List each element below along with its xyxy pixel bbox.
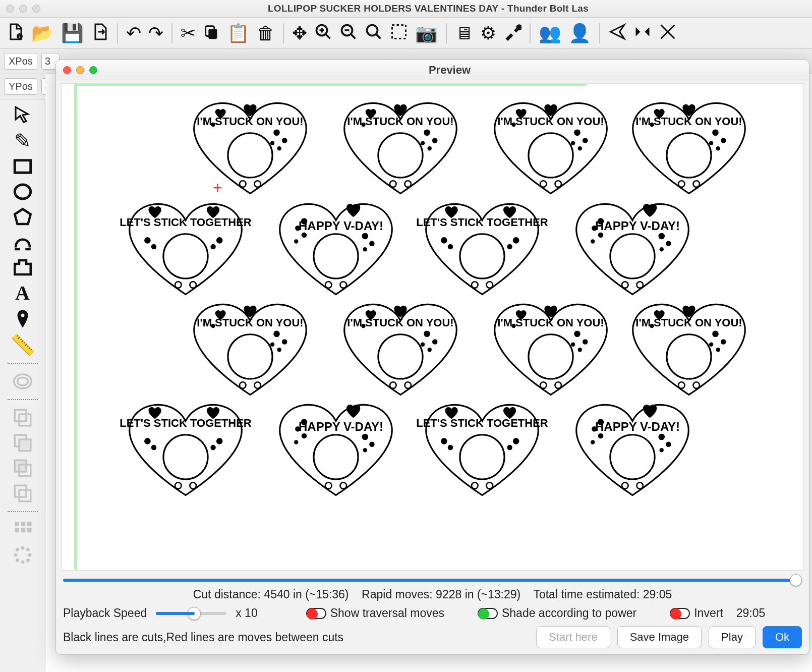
preview-traffic-lights (63, 66, 97, 74)
delete-icon[interactable]: 🗑 (257, 24, 275, 42)
monitor-icon[interactable]: 🖥 (455, 24, 473, 42)
preview-progress-slider[interactable] (63, 579, 802, 582)
svg-point-9 (15, 185, 31, 199)
svg-point-47 (424, 129, 430, 136)
ellipse-tool-icon[interactable] (12, 181, 33, 202)
zoom-selection-icon[interactable] (390, 23, 408, 44)
boolean-union-icon[interactable] (12, 407, 33, 428)
svg-point-90 (507, 244, 512, 250)
heart-text: I'M STUCK ON YOU! (328, 316, 473, 329)
main-zoom-dot[interactable] (32, 5, 40, 13)
open-folder-icon[interactable]: 📂 (31, 24, 54, 42)
svg-rect-7 (392, 25, 406, 38)
main-close-dot[interactable] (6, 5, 14, 13)
heart-design: I'M STUCK ON YOU! (328, 93, 473, 199)
user-icon[interactable]: 👤 (568, 24, 591, 42)
svg-point-70 (144, 237, 151, 244)
svg-point-97 (591, 239, 595, 243)
redo-icon[interactable]: ↷ (148, 24, 163, 42)
svg-point-80 (294, 239, 298, 243)
tab-shape-tool-icon[interactable] (12, 257, 33, 278)
progress-slider-row (56, 571, 809, 584)
svg-point-106 (282, 339, 287, 345)
heart-design: LET'S STICK TOGETHER (410, 194, 555, 300)
boolean-intersect-icon[interactable] (12, 458, 33, 479)
paste-icon[interactable]: 📋 (227, 24, 250, 42)
toggle-invert[interactable]: Invert (670, 606, 723, 620)
svg-point-27 (21, 546, 24, 550)
start-here-button[interactable]: Start here (536, 626, 610, 648)
offset-tool-icon[interactable] (12, 371, 33, 392)
copy-icon[interactable] (203, 23, 220, 43)
camera-capture-icon[interactable]: 📷 (415, 24, 438, 42)
cut-icon[interactable]: ✂ (181, 24, 196, 42)
undo-icon[interactable]: ↶ (126, 24, 141, 42)
svg-point-56 (583, 138, 588, 143)
radial-array-icon[interactable] (12, 544, 33, 566)
svg-point-132 (709, 343, 713, 347)
rectangle-tool-icon[interactable] (12, 156, 33, 177)
toolbar-divider (8, 363, 38, 364)
new-file-icon[interactable]: + (6, 23, 24, 44)
toggle-shade[interactable]: Shade according to power (478, 606, 636, 620)
svg-point-89 (513, 237, 519, 244)
save-icon[interactable]: 💾 (61, 24, 84, 42)
bezier-tool-icon[interactable] (12, 232, 33, 253)
polygon-tool-icon[interactable] (12, 206, 33, 228)
zoom-out-icon[interactable] (339, 23, 358, 44)
svg-point-108 (270, 343, 274, 347)
playback-speed-slider[interactable] (156, 612, 226, 615)
svg-point-148 (369, 441, 375, 447)
select-tool-icon[interactable] (12, 104, 33, 126)
toggle-invert-label: Invert (694, 606, 723, 620)
bed-edge-left (75, 84, 77, 570)
playback-speed-label: Playback Speed (63, 606, 147, 620)
ok-button[interactable]: Ok (763, 626, 802, 648)
heart-text: I'M STUCK ON YOU! (328, 115, 473, 128)
preview-zoom-button[interactable] (89, 66, 97, 74)
hearts-layout: I'M STUCK ON YOU! I'M STUCK ON YOU! I'M … (82, 90, 798, 565)
measure-tool-icon[interactable]: 📏 (10, 333, 35, 356)
pencil-tool-icon[interactable]: ✎ (14, 130, 31, 152)
tools-icon[interactable] (503, 23, 521, 44)
send-icon[interactable] (608, 23, 626, 44)
svg-marker-10 (15, 209, 31, 224)
mirror-v-icon[interactable] (659, 23, 677, 44)
svg-point-50 (421, 141, 425, 145)
zoom-in-icon[interactable] (314, 23, 332, 44)
preview-minimize-button[interactable] (76, 66, 84, 74)
preview-close-button[interactable] (63, 66, 71, 74)
save-image-button[interactable]: Save Image (617, 626, 702, 648)
boolean-xor-icon[interactable] (12, 483, 33, 504)
heart-design: I'M STUCK ON YOU! (178, 294, 323, 400)
svg-point-57 (578, 146, 582, 150)
pan-icon[interactable]: ✥ (292, 24, 307, 42)
heart-text: I'M STUCK ON YOU! (478, 115, 623, 128)
toggle-shade-switch[interactable] (478, 608, 498, 619)
zoom-fit-icon[interactable] (365, 23, 383, 44)
preview-canvas[interactable]: I'M STUCK ON YOU! I'M STUCK ON YOU! I'M … (61, 83, 804, 571)
users-icon[interactable]: 👥 (539, 24, 561, 42)
toggle-traversal-switch[interactable] (306, 608, 326, 619)
svg-point-58 (571, 141, 575, 145)
total-time-label: Total time estimated: (533, 588, 640, 601)
export-icon[interactable] (91, 23, 109, 44)
heart-design: I'M STUCK ON YOU! (178, 93, 323, 199)
settings-gear-icon[interactable]: ⚙ (480, 24, 496, 42)
svg-point-41 (277, 146, 281, 150)
preview-title: Preview (97, 64, 802, 77)
marker-tool-icon[interactable] (12, 308, 33, 329)
mirror-h-icon[interactable] (633, 23, 652, 44)
svg-rect-23 (27, 522, 31, 526)
toggle-traversal-label: Show traversal moves (330, 606, 444, 620)
play-button[interactable]: Play (709, 626, 756, 648)
boolean-subtract-icon[interactable] (12, 432, 33, 454)
toggle-traversal[interactable]: Show traversal moves (306, 606, 444, 620)
svg-point-139 (210, 445, 216, 451)
text-tool-icon[interactable]: A (15, 282, 30, 304)
playback-speed-slider-wrap (156, 612, 226, 615)
toggle-invert-switch[interactable] (670, 608, 690, 619)
svg-point-146 (294, 440, 298, 444)
grid-array-icon[interactable] (12, 519, 33, 540)
main-min-dot[interactable] (19, 5, 27, 13)
